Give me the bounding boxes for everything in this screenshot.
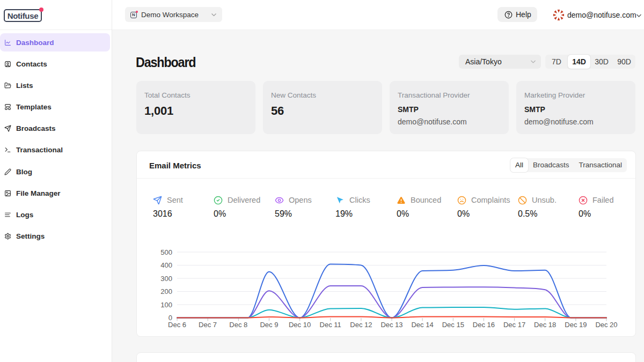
svg-text:500: 500 bbox=[160, 248, 172, 256]
svg-text:Dec 19: Dec 19 bbox=[565, 321, 587, 329]
svg-text:Dec 13: Dec 13 bbox=[380, 321, 402, 329]
svg-text:Dec 6: Dec 6 bbox=[168, 321, 186, 329]
svg-text:Dec 7: Dec 7 bbox=[199, 321, 217, 329]
svg-text:Dec 16: Dec 16 bbox=[473, 321, 495, 329]
svg-text:Dec 11: Dec 11 bbox=[320, 321, 341, 329]
svg-text:400: 400 bbox=[160, 261, 172, 269]
svg-text:Dec 15: Dec 15 bbox=[442, 321, 464, 329]
svg-text:100: 100 bbox=[160, 301, 172, 309]
svg-text:Dec 17: Dec 17 bbox=[503, 321, 525, 329]
svg-text:Dec 20: Dec 20 bbox=[595, 321, 617, 329]
svg-text:Dec 8: Dec 8 bbox=[229, 321, 247, 329]
svg-text:Dec 14: Dec 14 bbox=[411, 321, 433, 329]
svg-text:300: 300 bbox=[160, 275, 172, 283]
svg-text:200: 200 bbox=[160, 287, 172, 295]
svg-text:Dec 18: Dec 18 bbox=[534, 321, 556, 329]
svg-text:Dec 12: Dec 12 bbox=[350, 321, 372, 329]
svg-text:Dec 9: Dec 9 bbox=[260, 321, 278, 329]
svg-text:Dec 10: Dec 10 bbox=[289, 321, 311, 329]
